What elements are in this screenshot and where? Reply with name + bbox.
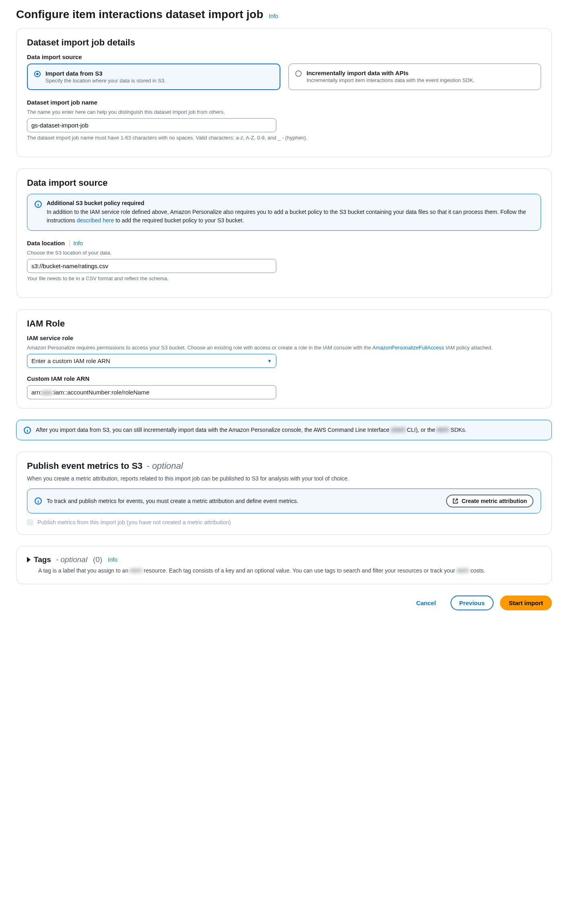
metrics-optional-suffix: - optional	[146, 461, 183, 471]
inc-text-a: After you import data from S3, you can s…	[36, 427, 391, 433]
page-title-text: Configure item interactions dataset impo…	[16, 8, 263, 21]
custom-arn-input[interactable]: arn:aws:iam::accountNumber:role/roleName	[27, 385, 276, 399]
publish-metrics-desc: When you create a metric attribution, re…	[27, 474, 541, 483]
create-metric-attribution-button[interactable]: Create metric attribution	[446, 495, 533, 507]
publish-metrics-checkbox-label: Publish metrics from this import job (yo…	[37, 519, 231, 526]
iam-hint-a: Amazon Personalize requires permissions …	[27, 345, 372, 351]
import-with-apis-desc: Incrementally import item interactions d…	[307, 77, 475, 83]
personalize-full-access-link[interactable]: AmazonPersonalizeFullAccess	[372, 345, 444, 351]
chevron-down-icon: ▼	[267, 358, 272, 364]
tags-title: Tags	[34, 555, 51, 564]
metrics-title-text: Publish event metrics to S3	[27, 461, 142, 471]
inc-text-d-blur: AWS	[436, 427, 449, 433]
svg-point-5	[27, 428, 27, 429]
data-location-info-link[interactable]: Info	[70, 240, 82, 246]
arn-blur: aws	[42, 389, 53, 396]
tags-desc: A tag is a label that you assign to an A…	[38, 567, 541, 575]
tags-desc-blur-2: AWS	[456, 567, 469, 574]
info-icon	[35, 201, 42, 208]
tags-desc-blur-1: AWS	[130, 567, 142, 574]
iam-service-role-label: IAM service role	[27, 335, 541, 341]
iam-role-panel-title: IAM Role	[27, 318, 541, 329]
data-import-source-label: Data import source	[27, 53, 541, 60]
data-location-field: Data location Info Choose the S3 locatio…	[27, 240, 541, 281]
data-location-constraint: Your file needs to be in a CSV format an…	[27, 275, 541, 281]
tags-expander[interactable]: Tags - optional (0) Info	[27, 555, 541, 564]
import-from-s3-desc: Specify the location where your data is …	[45, 78, 166, 84]
radio-icon	[295, 70, 302, 77]
data-location-label: Data location Info	[27, 240, 541, 246]
publish-metrics-title: Publish event metrics to S3 - optional	[27, 461, 541, 471]
import-with-apis-title: Incrementally import data with APIs	[307, 70, 475, 76]
job-name-field: Dataset import job name The name you ent…	[27, 99, 541, 141]
panel-publish-metrics: Publish event metrics to S3 - optional W…	[16, 452, 552, 535]
tags-desc-c: costs.	[469, 567, 485, 574]
info-icon	[35, 497, 42, 505]
inc-text-b-blur: (AWS	[391, 427, 405, 433]
svg-point-2	[38, 202, 38, 203]
panel-job-details: Dataset import job details Data import s…	[16, 28, 552, 157]
job-name-label: Dataset import job name	[27, 99, 541, 106]
data-location-input[interactable]	[27, 259, 276, 273]
custom-arn-field: Custom IAM role ARN arn:aws:iam::account…	[27, 375, 541, 399]
page-title: Configure item interactions dataset impo…	[16, 8, 552, 21]
job-name-hint: The name you enter here can help you dis…	[27, 109, 541, 115]
start-import-button[interactable]: Start import	[500, 595, 552, 610]
tags-desc-a: A tag is a label that you assign to an	[38, 567, 130, 574]
data-import-source-panel-title: Data import source	[27, 178, 541, 188]
job-name-input[interactable]	[27, 118, 276, 132]
panel-data-import-source: Data import source Additional S3 bucket …	[16, 168, 552, 298]
caret-right-icon	[27, 557, 31, 563]
iam-service-role-hint: Amazon Personalize requires permissions …	[27, 345, 541, 351]
job-details-title: Dataset import job details	[27, 37, 541, 48]
metric-attribution-alert-text: To track and publish metrics for events,…	[47, 497, 441, 505]
panel-iam-role: IAM Role IAM service role Amazon Persona…	[16, 309, 552, 409]
import-with-apis-option[interactable]: Incrementally import data with APIs Incr…	[288, 64, 541, 90]
arn-suffix: :iam::accountNumber:role/roleName	[53, 389, 150, 396]
previous-button[interactable]: Previous	[451, 595, 494, 610]
tags-count: (0)	[93, 555, 102, 564]
radio-icon	[34, 71, 41, 77]
tags-optional-suffix: - optional	[56, 555, 87, 564]
import-from-s3-title: Import data from S3	[45, 70, 166, 77]
iam-hint-b: IAM policy attached.	[444, 345, 493, 351]
iam-role-select-value: Enter a custom IAM role ARN	[31, 357, 110, 364]
create-metric-attribution-label: Create metric attribution	[461, 498, 527, 504]
incremental-import-alert: After you import data from S3, you can s…	[16, 420, 552, 440]
svg-point-8	[38, 499, 38, 499]
inc-text-c: CLI), or the	[405, 427, 436, 433]
data-location-label-text: Data location	[27, 240, 65, 246]
arn-prefix: arn:	[31, 389, 42, 396]
import-from-s3-option[interactable]: Import data from S3 Specify the location…	[27, 64, 280, 90]
page-info-link[interactable]: Info	[269, 13, 278, 19]
import-source-options: Import data from S3 Specify the location…	[27, 64, 541, 90]
incremental-import-alert-body: After you import data from S3, you can s…	[36, 426, 467, 434]
publish-metrics-checkbox-row: Publish metrics from this import job (yo…	[27, 519, 541, 526]
external-link-icon	[453, 498, 458, 504]
bucket-policy-alert-title: Additional S3 bucket policy required	[47, 200, 533, 206]
footer-actions: Cancel Previous Start import	[16, 595, 552, 610]
cancel-button[interactable]: Cancel	[408, 596, 444, 610]
custom-arn-label: Custom IAM role ARN	[27, 375, 541, 382]
info-icon	[24, 427, 31, 434]
panel-tags: Tags - optional (0) Info A tag is a labe…	[16, 546, 552, 584]
bucket-policy-alert-body: In addition to the IAM service role defi…	[47, 208, 533, 225]
metric-attribution-alert: To track and publish metrics for events,…	[27, 489, 541, 513]
tags-desc-b: resource. Each tag consists of a key and…	[142, 567, 457, 574]
described-here-link[interactable]: described here	[77, 217, 114, 224]
iam-role-select[interactable]: Enter a custom IAM role ARN ▼	[27, 354, 276, 368]
bucket-policy-alert: Additional S3 bucket policy required In …	[27, 194, 541, 231]
iam-service-role-field: IAM service role Amazon Personalize requ…	[27, 335, 541, 368]
job-name-constraint: The dataset import job name must have 1-…	[27, 135, 541, 141]
inc-text-e: SDKs.	[449, 427, 467, 433]
publish-metrics-checkbox	[27, 519, 33, 526]
alert-text-b: to add the required bucket policy to you…	[114, 217, 244, 224]
tags-info-link[interactable]: Info	[108, 556, 117, 563]
data-location-hint: Choose the S3 location of your data.	[27, 250, 541, 256]
